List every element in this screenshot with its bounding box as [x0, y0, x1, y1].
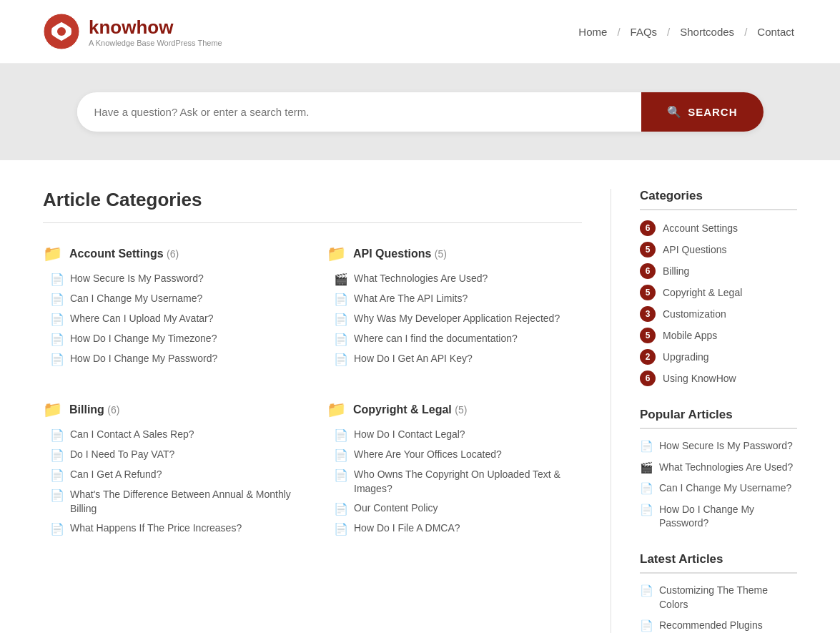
popular-article-link[interactable]: How Do I Change My Password?	[659, 503, 797, 531]
sidebar-cat-link[interactable]: Customization	[663, 308, 726, 320]
article-link[interactable]: Who Owns The Copyright On Uploaded Text …	[354, 468, 582, 496]
list-item: 📄Where Are Your Offices Located?	[334, 448, 582, 462]
sidebar-latest-list: 📄 Customizing The Theme Colors 📄 Recomme…	[640, 584, 797, 633]
sidebar-categories-title: Categories	[640, 189, 797, 210]
hero-section: 🔍 SEARCH	[0, 64, 840, 160]
search-input[interactable]	[77, 93, 642, 131]
doc-icon: 📄	[50, 333, 64, 346]
cat-badge: 5	[640, 242, 656, 257]
article-link[interactable]: Why Was My Developer Application Rejecte…	[354, 312, 560, 326]
billing-article-list: 📄Can I Contact A Sales Rep? 📄Do I Need T…	[43, 428, 298, 536]
article-link[interactable]: What Technologies Are Used?	[354, 272, 488, 286]
category-copyright-legal: 📁 Copyright & Legal (5) 📄How Do I Contac…	[327, 401, 582, 541]
cat-badge: 3	[640, 306, 656, 322]
nav-home[interactable]: Home	[575, 26, 610, 38]
cat-badge: 5	[640, 285, 656, 300]
header: knowhow A Knowledge Base WordPress Theme…	[0, 0, 840, 64]
cat-badge: 6	[640, 371, 656, 386]
article-link[interactable]: How Do I Change My Timezone?	[70, 332, 217, 346]
article-link[interactable]: How Do I Change My Password?	[70, 352, 217, 366]
list-item: 📄 Customizing The Theme Colors	[640, 584, 797, 612]
list-item: 📄How Secure Is My Password?	[50, 272, 298, 286]
cat-badge: 6	[640, 220, 656, 236]
article-link[interactable]: How Do I Contact Legal?	[354, 428, 465, 442]
list-item: 📄How Do I File A DMCA?	[334, 521, 582, 536]
sidebar-cat-item: 6 Using KnowHow	[640, 371, 797, 386]
copyright-legal-article-list: 📄How Do I Contact Legal? 📄Where Are Your…	[327, 428, 582, 536]
article-link[interactable]: What's The Difference Between Annual & M…	[70, 488, 298, 516]
main-layout: Article Categories 📁 Account Settings (6…	[0, 160, 840, 633]
article-link[interactable]: Our Content Policy	[354, 501, 438, 516]
svg-point-2	[57, 27, 66, 36]
article-link[interactable]: Where Are Your Offices Located?	[354, 448, 502, 462]
list-item: 📄Why Was My Developer Application Reject…	[334, 312, 582, 326]
sidebar-popular-list: 📄 How Secure Is My Password? 🎬 What Tech…	[640, 439, 797, 531]
cat-badge: 5	[640, 328, 656, 343]
content-area: Article Categories 📁 Account Settings (6…	[43, 189, 611, 633]
nav-faqs[interactable]: FAQs	[628, 26, 661, 38]
list-item: 📄 How Do I Change My Password?	[640, 503, 797, 531]
categories-grid: 📁 Account Settings (6) 📄How Secure Is My…	[43, 245, 582, 549]
film-icon: 🎬	[640, 461, 653, 474]
sidebar-cat-link[interactable]: Using KnowHow	[663, 373, 736, 384]
article-link[interactable]: Where Can I Upload My Avatar?	[70, 312, 214, 326]
category-copyright-legal-title: Copyright & Legal (5)	[353, 403, 467, 416]
search-button[interactable]: 🔍 SEARCH	[641, 92, 763, 132]
folder-icon: 📁	[327, 245, 346, 263]
folder-icon: 📁	[327, 401, 346, 419]
sidebar-cat-link[interactable]: API Questions	[663, 244, 727, 255]
list-item: 📄 Can I Change My Username?	[640, 481, 797, 496]
category-billing-title: Billing (6)	[69, 403, 119, 416]
article-link[interactable]: Can I Get A Refund?	[70, 468, 162, 482]
doc-icon: 📄	[334, 502, 348, 516]
doc-icon: 📄	[50, 468, 64, 482]
list-item: 📄How Do I Change My Password?	[50, 352, 298, 366]
article-link[interactable]: What Are The API Limits?	[354, 292, 468, 306]
nav-contact[interactable]: Contact	[754, 26, 797, 38]
list-item: 📄Who Owns The Copyright On Uploaded Text…	[334, 468, 582, 496]
sidebar-popular-section: Popular Articles 📄 How Secure Is My Pass…	[640, 408, 797, 531]
list-item: 📄What's The Difference Between Annual & …	[50, 488, 298, 516]
list-item: 🎬What Technologies Are Used?	[334, 272, 582, 286]
article-link[interactable]: How Do I File A DMCA?	[354, 521, 460, 536]
search-icon: 🔍	[667, 105, 682, 119]
sidebar-latest-section: Latest Articles 📄 Customizing The Theme …	[640, 552, 797, 633]
doc-icon: 📄	[334, 468, 348, 482]
list-item: 📄Where Can I Upload My Avatar?	[50, 312, 298, 326]
logo-area: knowhow A Knowledge Base WordPress Theme	[43, 13, 222, 50]
article-link[interactable]: How Do I Get An API Key?	[354, 352, 473, 366]
popular-article-link[interactable]: Can I Change My Username?	[659, 481, 791, 496]
sidebar-cat-item: 2 Upgrading	[640, 349, 797, 365]
category-api-questions-title: API Questions (5)	[353, 247, 447, 260]
doc-icon: 📄	[334, 333, 348, 346]
popular-article-link[interactable]: How Secure Is My Password?	[659, 439, 793, 453]
sidebar-cat-link[interactable]: Account Settings	[663, 222, 738, 234]
sidebar-cat-item: 6 Account Settings	[640, 220, 797, 236]
article-link[interactable]: How Secure Is My Password?	[70, 272, 204, 286]
list-item: 📄How Do I Contact Legal?	[334, 428, 582, 442]
article-link[interactable]: Can I Change My Username?	[70, 292, 202, 306]
list-item: 📄How Do I Change My Timezone?	[50, 332, 298, 346]
sidebar-cat-link[interactable]: Billing	[663, 265, 689, 277]
article-link[interactable]: Can I Contact A Sales Rep?	[70, 428, 194, 442]
doc-icon: 📄	[50, 293, 64, 306]
list-item: 📄 Recommended Plugins	[640, 619, 797, 633]
category-billing-header: 📁 Billing (6)	[43, 401, 298, 419]
latest-article-link[interactable]: Customizing The Theme Colors	[659, 584, 797, 612]
popular-article-link[interactable]: What Technologies Are Used?	[659, 461, 793, 475]
list-item: 🎬 What Technologies Are Used?	[640, 461, 797, 475]
nav-shortcodes[interactable]: Shortcodes	[677, 26, 737, 38]
sidebar-cat-link[interactable]: Mobile Apps	[663, 330, 717, 341]
doc-icon: 📄	[334, 428, 348, 442]
sidebar-cat-link[interactable]: Copyright & Legal	[663, 287, 742, 298]
logo-subtitle: A Knowledge Base WordPress Theme	[89, 39, 222, 47]
latest-article-link[interactable]: Recommended Plugins	[659, 619, 763, 633]
logo-icon	[43, 13, 80, 50]
article-link[interactable]: Do I Need To Pay VAT?	[70, 448, 174, 462]
article-link[interactable]: Where can I find the documentation?	[354, 332, 518, 346]
doc-icon: 📄	[334, 448, 348, 462]
page-title: Article Categories	[43, 189, 582, 223]
category-api-questions-header: 📁 API Questions (5)	[327, 245, 582, 263]
sidebar-cat-link[interactable]: Upgrading	[663, 351, 709, 363]
article-link[interactable]: What Happens If The Price Increases?	[70, 521, 242, 536]
